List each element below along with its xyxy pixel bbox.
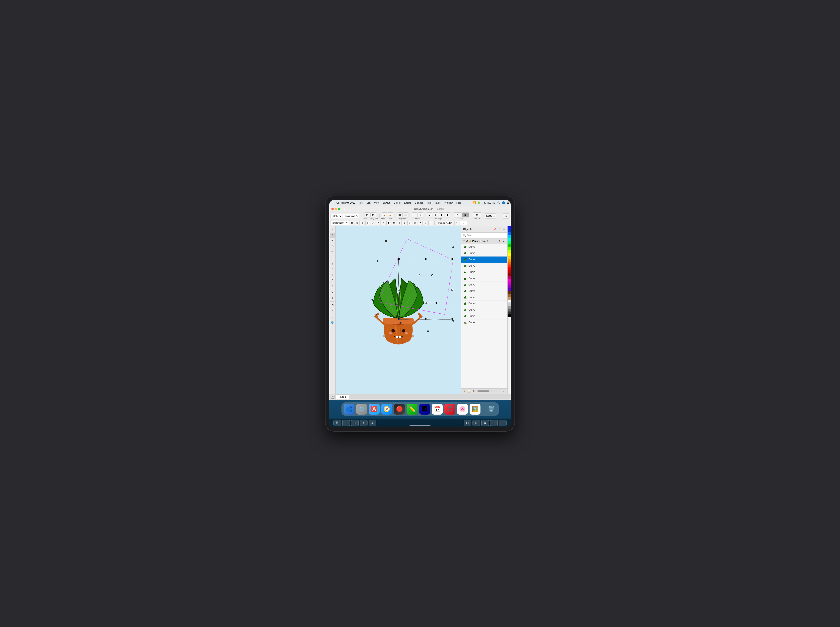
lock-icon-panel[interactable]: 🔒 [469,240,471,242]
eyedropper-tool[interactable]: 💉 [330,315,335,320]
object-item-2[interactable]: Curve [461,250,507,257]
snap-btn[interactable]: ⊞ [473,213,481,217]
maximize-button[interactable] [338,208,340,210]
color-light-brown[interactable] [508,297,511,300]
color-violet[interactable] [508,288,511,291]
align-btn-1[interactable]: ⬛ [397,213,403,217]
view-btn-1[interactable]: ⊡ [453,213,461,217]
dock-app-store[interactable]: 🅰️ [369,404,380,414]
dock-finder[interactable]: 🔵 [344,404,354,414]
menu-text[interactable]: Text [426,201,432,205]
shape-tool-1[interactable]: ⊠ [350,221,354,225]
color-green-1[interactable] [508,241,511,244]
angle-input[interactable] [460,221,467,225]
canvas-area[interactable] [336,226,461,394]
zoom-tool[interactable]: 🔍 [330,244,335,249]
object-item-11[interactable]: Curve [461,307,507,313]
layer-expand-btn[interactable]: ▸ [502,239,506,243]
shape-tool-4[interactable]: ⊟ [365,221,370,225]
dock-screenium[interactable]: 🔴 [394,404,405,414]
object-item-1[interactable]: Curve [461,244,507,250]
panel-close-btn[interactable]: × [502,228,506,231]
lock-icon-btn[interactable]: 🔒 [382,213,387,217]
mirror-btn-1[interactable]: ↔ [412,213,417,217]
layer-settings-btn[interactable]: ⚙ [497,239,501,243]
object-item-12[interactable]: Curve [461,313,507,320]
page-tab-1[interactable]: Page 1 [336,394,349,399]
select-tool[interactable]: ↖ [330,227,335,232]
color-light-gray[interactable] [508,303,511,306]
object-item-4[interactable]: Curve [461,263,507,269]
arrange-btn-3[interactable]: ⬆ [439,213,444,217]
color-red[interactable] [508,268,511,270]
object-item-8[interactable]: Curve [461,288,507,294]
shape-tool-15[interactable]: ↻ [423,221,428,225]
color-brown[interactable] [508,291,511,294]
shape-tool-6[interactable]: ⤢ [376,221,381,225]
markup-btn-bottom[interactable]: 🖊 [342,420,350,426]
expand-toolbar-btn[interactable]: >> [503,213,510,219]
arrange-btn-4[interactable]: ⬇ [445,213,450,217]
dock-preview[interactable]: 🖼️ [470,404,480,414]
color-cyan[interactable] [508,238,511,241]
color-blue[interactable] [508,226,511,229]
split-view-btn[interactable]: ⊞ [472,420,480,426]
color-dark-orange[interactable] [508,262,511,265]
zoom-select[interactable]: 682% [330,214,342,218]
arrange-btn-2[interactable]: ▼ [433,213,438,217]
menu-file[interactable]: File [358,201,363,205]
align-btn-2[interactable]: ⬜ [403,213,409,217]
dock-safari[interactable]: 🧭 [381,404,392,414]
shape-tool-5[interactable]: ↗ [371,221,375,225]
siri-icon[interactable]: 🔵 [502,201,505,204]
object-item-3[interactable]: Curve [461,257,507,263]
menu-view[interactable]: View [373,201,380,205]
color-orange[interactable] [508,258,511,262]
resize-h-btn[interactable]: ↕ [490,420,498,426]
ungroup-icon-btn[interactable]: ⊟ [370,213,376,217]
panel-more-btn[interactable]: ••• [502,389,506,393]
color-cyan-blue[interactable] [508,235,511,238]
object-item-10[interactable]: Curve [461,301,507,307]
color-gold[interactable] [508,256,511,258]
ellipse-tool[interactable]: ○ [330,262,335,266]
object-item-9[interactable]: Curve [461,294,507,301]
dock-music[interactable]: 🎵 [444,404,455,414]
dock-vectornator[interactable]: ✏️ [407,404,417,414]
shape-tool-8[interactable]: ⬟ [387,221,391,225]
shape-tool-9[interactable]: ⬢ [392,221,396,225]
apple-menu[interactable] [331,202,333,203]
unlock-icon-btn[interactable]: 🔓 [388,213,393,217]
eye-icon[interactable]: 👁 [463,240,465,242]
dock-autofill[interactable]: 🅰 [419,404,430,414]
spaces-btn-bottom[interactable]: ⊕ [369,420,376,426]
blend-tool[interactable]: ⌘ [330,290,335,295]
dock-btn-bottom[interactable]: ✦ [360,420,368,426]
shape-tool-14[interactable]: ↺ [418,221,423,225]
pattern-tool[interactable]: ⊞ [330,308,335,313]
view-mode-select[interactable]: Enhanced [343,214,359,218]
wave-btn[interactable]: 〜 [455,221,459,225]
shape-tool-3[interactable]: ⊞ [360,221,365,225]
object-item-5[interactable]: Curve [461,269,507,276]
shape-tool-13[interactable]: ⬡ [413,221,417,225]
add-layer-btn[interactable]: + [463,389,466,393]
object-item-7[interactable]: Curve [461,282,507,288]
color-green-2[interactable] [508,244,511,247]
dock-calendar[interactable]: 📅 [432,404,443,414]
multitask-btn-bottom[interactable]: ⊞ [351,420,359,426]
color-red-orange[interactable] [508,265,511,268]
color-dark-red[interactable] [508,270,511,273]
color-lime[interactable] [508,247,511,250]
color-maroon[interactable] [508,273,511,276]
connector-tool[interactable]: ╱ [330,278,335,283]
dock-trash[interactable]: 🗑️ [486,404,497,414]
minimize-button[interactable] [335,208,337,210]
app-name-menu[interactable]: CorelDRAW 2019 [336,201,356,205]
color-purple[interactable] [508,285,511,288]
print-icon[interactable]: 🖨 [466,240,468,242]
text-tool[interactable]: T [330,272,335,277]
view-btn-2[interactable]: ▣ [461,213,469,217]
curve-tool[interactable]: 〜 [330,249,335,254]
group-icon-btn[interactable]: ⊞ [365,213,370,217]
